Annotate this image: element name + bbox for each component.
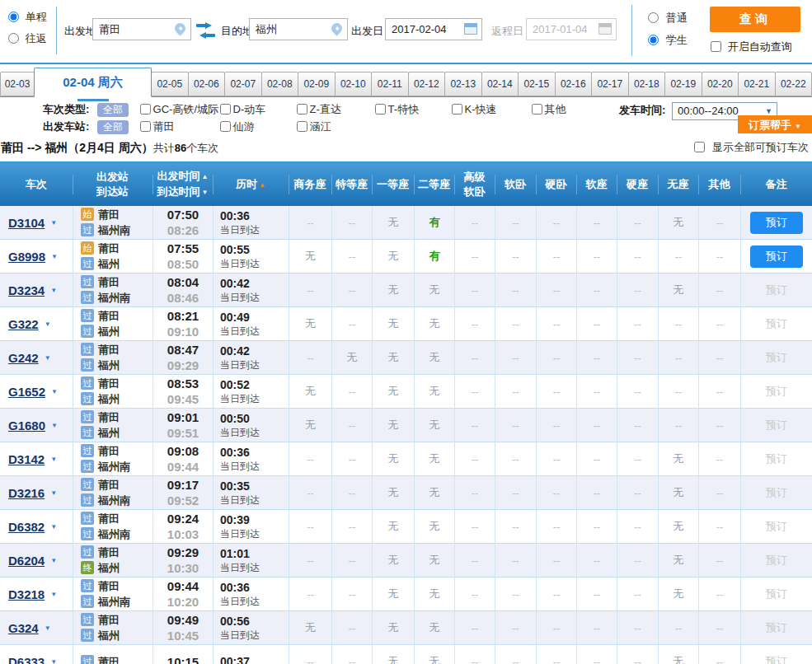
- expand-train-icon[interactable]: ▼: [50, 456, 57, 463]
- expand-train-icon[interactable]: ▼: [45, 624, 51, 632]
- radio-student[interactable]: 学生: [648, 29, 688, 51]
- filter-option-莆田[interactable]: 莆田: [140, 118, 220, 135]
- book-button[interactable]: 预订: [750, 212, 803, 234]
- date-tab-02-07[interactable]: 02-07: [224, 72, 262, 96]
- date-tab-02-03[interactable]: 02-03: [0, 72, 35, 96]
- date-tab-02-20[interactable]: 02-20: [702, 72, 739, 96]
- expand-train-icon[interactable]: ▼: [45, 354, 51, 362]
- filter-option-T-特快[interactable]: T-特快: [375, 101, 452, 118]
- train-link[interactable]: G8998: [8, 250, 45, 264]
- expand-train-icon[interactable]: ▼: [50, 489, 57, 497]
- filter-option-D-动车[interactable]: D-动车: [220, 101, 297, 118]
- date-tab-02-05[interactable]: 02-05: [151, 72, 189, 96]
- booking-helper-button[interactable]: 订票帮手▼: [738, 115, 812, 133]
- train-link[interactable]: D6382: [8, 520, 45, 534]
- filter-option-GC-高铁/城际[interactable]: GC-高铁/城际: [140, 101, 220, 118]
- show-all-bookable-toggle[interactable]: 显示全部可预订车次: [694, 133, 809, 161]
- date-tab-02-10[interactable]: 02-10: [335, 72, 373, 96]
- filter-option-其他[interactable]: 其他: [532, 101, 589, 118]
- sort-down-white-icon[interactable]: ▼: [202, 189, 209, 196]
- student-radio[interactable]: [648, 35, 659, 45]
- train-link[interactable]: D3142: [8, 452, 45, 466]
- cell-10: --: [536, 510, 576, 543]
- one-way-radio[interactable]: [8, 12, 19, 22]
- filter-option-仙游[interactable]: 仙游: [220, 118, 297, 135]
- round-trip-radio[interactable]: [8, 33, 19, 44]
- train-link[interactable]: G1652: [8, 385, 45, 399]
- checkbox-K-快速[interactable]: [452, 104, 462, 115]
- station-line: 过福州南: [81, 594, 130, 610]
- col-header-2[interactable]: 出发时间▲到达时间▼: [153, 163, 213, 206]
- train-link[interactable]: D3234: [8, 283, 45, 297]
- date-tab-02-08[interactable]: 02-08: [261, 72, 299, 96]
- station-line: 过福州: [81, 425, 120, 441]
- checkbox-GC-高铁/城际[interactable]: [140, 104, 151, 115]
- date-tab-02-14[interactable]: 02-14: [481, 72, 519, 96]
- search-button[interactable]: 查询: [710, 7, 800, 32]
- expand-train-icon[interactable]: ▼: [51, 253, 58, 260]
- date-tab-02-15[interactable]: 02-15: [518, 72, 556, 96]
- date-tab-02-22[interactable]: 02-22: [775, 72, 812, 96]
- train-link[interactable]: D3104: [8, 216, 45, 230]
- train-type-all-badge[interactable]: 全部: [97, 103, 129, 117]
- date-tab-02-17[interactable]: 02-17: [591, 72, 629, 96]
- checkbox-D-动车[interactable]: [220, 104, 231, 115]
- date-tab-02-12[interactable]: 02-12: [408, 72, 446, 96]
- filter-option-Z-直达[interactable]: Z-直达: [297, 101, 375, 118]
- date-tab-02-11[interactable]: 02-11: [371, 72, 409, 96]
- train-link[interactable]: G242: [8, 351, 39, 365]
- seat-availability: 无: [388, 587, 399, 601]
- swap-stations-icon[interactable]: [196, 23, 218, 38]
- filter-option-涵江[interactable]: 涵江: [297, 118, 375, 135]
- radio-one-way[interactable]: 单程: [8, 7, 47, 28]
- expand-train-icon[interactable]: ▼: [45, 320, 51, 328]
- expand-train-icon[interactable]: ▼: [51, 388, 58, 395]
- checkbox-其他[interactable]: [532, 104, 542, 115]
- expand-train-icon[interactable]: ▼: [50, 591, 57, 598]
- date-tab-02-18[interactable]: 02-18: [628, 72, 666, 96]
- date-tab-02-09[interactable]: 02-09: [298, 72, 336, 96]
- train-link[interactable]: D6204: [8, 554, 45, 568]
- date-tab-02-04[interactable]: 02-04 周六: [34, 68, 152, 97]
- auto-query-toggle[interactable]: 开启自动查询: [711, 40, 792, 54]
- radio-round-trip[interactable]: 往返: [8, 28, 47, 49]
- sort-up-orange-icon[interactable]: ▲: [259, 181, 265, 189]
- route-summary: 莆田 --> 福州（2月4日 周六）: [1, 141, 153, 154]
- seat-availability: --: [716, 284, 724, 297]
- show-all-checkbox[interactable]: [694, 142, 705, 152]
- station-all-badge[interactable]: 全部: [97, 120, 129, 134]
- expand-train-icon[interactable]: ▼: [50, 287, 57, 294]
- checkbox-涵江[interactable]: [297, 121, 307, 132]
- train-link[interactable]: G1680: [8, 419, 45, 433]
- checkbox-莆田[interactable]: [140, 121, 151, 132]
- col-header-3[interactable]: 历时▲: [213, 163, 289, 206]
- train-link[interactable]: D3218: [8, 587, 45, 601]
- book-button[interactable]: 预订: [750, 245, 803, 268]
- auto-query-checkbox[interactable]: [711, 41, 721, 52]
- checkbox-仙游[interactable]: [220, 121, 231, 132]
- expand-train-icon[interactable]: ▼: [51, 422, 58, 429]
- col-header-text: 特等座: [336, 178, 368, 190]
- date-tab-02-16[interactable]: 02-16: [555, 72, 593, 96]
- checkbox-T-特快[interactable]: [375, 104, 386, 115]
- expand-train-icon[interactable]: ▼: [50, 523, 57, 531]
- train-link[interactable]: G322: [8, 317, 39, 331]
- train-link[interactable]: G324: [8, 621, 39, 635]
- checkbox-Z-直达[interactable]: [297, 104, 307, 115]
- expand-train-icon[interactable]: ▼: [50, 658, 57, 664]
- cell-6: 无: [372, 442, 414, 475]
- ordinary-radio[interactable]: [648, 12, 659, 23]
- sort-up-white-icon[interactable]: ▲: [202, 173, 209, 180]
- expand-train-icon[interactable]: ▼: [50, 557, 57, 564]
- cell-9: --: [495, 274, 536, 306]
- train-link[interactable]: D6333: [8, 655, 45, 664]
- train-link[interactable]: D3216: [8, 486, 45, 500]
- date-tab-02-13[interactable]: 02-13: [444, 72, 482, 96]
- radio-ordinary[interactable]: 普通: [648, 7, 688, 29]
- date-tab-02-19[interactable]: 02-19: [664, 72, 702, 96]
- date-tab-02-06[interactable]: 02-06: [188, 72, 226, 96]
- date-tab-02-21[interactable]: 02-21: [738, 72, 776, 96]
- calendar-icon[interactable]: [464, 23, 477, 35]
- expand-train-icon[interactable]: ▼: [50, 219, 57, 227]
- filter-option-K-快速[interactable]: K-快速: [452, 101, 532, 118]
